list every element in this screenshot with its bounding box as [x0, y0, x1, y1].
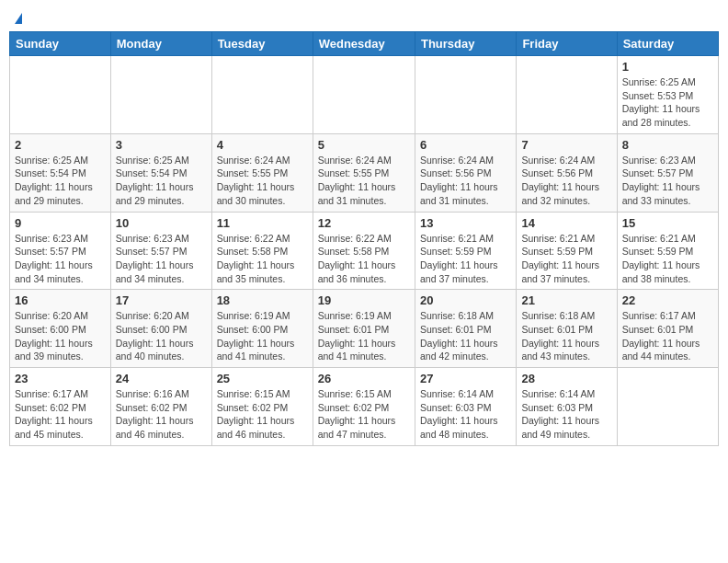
day-number: 17 — [116, 293, 207, 307]
calendar-cell: 11Sunrise: 6:22 AM Sunset: 5:58 PM Dayli… — [211, 212, 313, 290]
logo — [13, 13, 22, 24]
day-number: 21 — [521, 293, 611, 307]
day-number: 24 — [116, 372, 207, 385]
day-info: Sunrise: 6:24 AM Sunset: 5:55 PM Dayligh… — [318, 154, 410, 208]
day-number: 8 — [622, 138, 713, 152]
calendar-cell: 27Sunrise: 6:14 AM Sunset: 6:03 PM Dayli… — [415, 368, 516, 446]
day-info: Sunrise: 6:15 AM Sunset: 6:02 PM Dayligh… — [318, 387, 410, 442]
calendar-cell: 15Sunrise: 6:21 AM Sunset: 5:59 PM Dayli… — [617, 212, 718, 290]
day-info: Sunrise: 6:15 AM Sunset: 6:02 PM Dayligh… — [217, 387, 308, 442]
day-info: Sunrise: 6:18 AM Sunset: 6:01 PM Dayligh… — [420, 309, 511, 363]
calendar-cell: 3Sunrise: 6:25 AM Sunset: 5:54 PM Daylig… — [110, 133, 211, 212]
weekday-header-thursday: Thursday — [415, 32, 516, 56]
day-info: Sunrise: 6:21 AM Sunset: 5:59 PM Dayligh… — [521, 232, 611, 286]
calendar-table: SundayMondayTuesdayWednesdayThursdayFrid… — [9, 31, 719, 446]
day-number: 20 — [420, 293, 511, 307]
day-info: Sunrise: 6:23 AM Sunset: 5:57 PM Dayligh… — [622, 154, 713, 208]
day-info: Sunrise: 6:17 AM Sunset: 6:02 PM Dayligh… — [15, 387, 106, 442]
day-number: 25 — [217, 372, 308, 385]
day-info: Sunrise: 6:25 AM Sunset: 5:54 PM Dayligh… — [116, 154, 207, 208]
day-info: Sunrise: 6:19 AM Sunset: 6:00 PM Dayligh… — [217, 309, 308, 363]
calendar-cell: 17Sunrise: 6:20 AM Sunset: 6:00 PM Dayli… — [110, 290, 211, 368]
day-number: 11 — [217, 216, 308, 230]
page-header — [9, 9, 719, 24]
day-number: 27 — [420, 372, 511, 385]
calendar-cell: 22Sunrise: 6:17 AM Sunset: 6:01 PM Dayli… — [617, 290, 718, 368]
day-number: 18 — [217, 293, 308, 307]
day-info: Sunrise: 6:25 AM Sunset: 5:53 PM Dayligh… — [622, 75, 713, 130]
logo-triangle-icon — [15, 13, 22, 24]
weekday-header-friday: Friday — [517, 32, 617, 56]
day-info: Sunrise: 6:22 AM Sunset: 5:58 PM Dayligh… — [217, 232, 308, 286]
day-info: Sunrise: 6:20 AM Sunset: 6:00 PM Dayligh… — [15, 309, 106, 363]
calendar-cell — [517, 56, 617, 134]
day-info: Sunrise: 6:21 AM Sunset: 5:59 PM Dayligh… — [420, 232, 511, 286]
day-number: 2 — [15, 138, 106, 152]
day-number: 14 — [521, 216, 611, 230]
calendar-cell — [110, 56, 211, 134]
weekday-header-sunday: Sunday — [10, 32, 111, 56]
calendar-cell: 25Sunrise: 6:15 AM Sunset: 6:02 PM Dayli… — [211, 368, 313, 446]
calendar-header-row: SundayMondayTuesdayWednesdayThursdayFrid… — [10, 32, 719, 56]
day-number: 19 — [318, 293, 410, 307]
calendar-cell: 24Sunrise: 6:16 AM Sunset: 6:02 PM Dayli… — [110, 368, 211, 446]
calendar-cell — [415, 56, 516, 134]
calendar-cell — [313, 56, 415, 134]
calendar-week-3: 9Sunrise: 6:23 AM Sunset: 5:57 PM Daylig… — [10, 212, 719, 290]
day-number: 28 — [521, 372, 611, 385]
calendar-week-1: 1Sunrise: 6:25 AM Sunset: 5:53 PM Daylig… — [10, 56, 719, 134]
calendar-cell: 13Sunrise: 6:21 AM Sunset: 5:59 PM Dayli… — [415, 212, 516, 290]
day-number: 9 — [15, 216, 106, 230]
day-info: Sunrise: 6:19 AM Sunset: 6:01 PM Dayligh… — [318, 309, 410, 363]
day-info: Sunrise: 6:23 AM Sunset: 5:57 PM Dayligh… — [116, 232, 207, 286]
calendar-cell: 12Sunrise: 6:22 AM Sunset: 5:58 PM Dayli… — [313, 212, 415, 290]
calendar-cell: 6Sunrise: 6:24 AM Sunset: 5:56 PM Daylig… — [415, 133, 516, 212]
weekday-header-wednesday: Wednesday — [313, 32, 415, 56]
day-number: 1 — [622, 60, 713, 74]
day-number: 22 — [622, 293, 713, 307]
day-info: Sunrise: 6:16 AM Sunset: 6:02 PM Dayligh… — [116, 387, 207, 442]
day-number: 13 — [420, 216, 511, 230]
day-number: 5 — [318, 138, 410, 152]
calendar-cell: 5Sunrise: 6:24 AM Sunset: 5:55 PM Daylig… — [313, 133, 415, 212]
calendar-cell: 18Sunrise: 6:19 AM Sunset: 6:00 PM Dayli… — [211, 290, 313, 368]
day-info: Sunrise: 6:23 AM Sunset: 5:57 PM Dayligh… — [15, 232, 106, 286]
day-number: 15 — [622, 216, 713, 230]
day-info: Sunrise: 6:24 AM Sunset: 5:55 PM Dayligh… — [217, 154, 308, 208]
calendar-cell — [211, 56, 313, 134]
day-info: Sunrise: 6:22 AM Sunset: 5:58 PM Dayligh… — [318, 232, 410, 286]
day-info: Sunrise: 6:14 AM Sunset: 6:03 PM Dayligh… — [420, 387, 511, 442]
calendar-cell: 1Sunrise: 6:25 AM Sunset: 5:53 PM Daylig… — [617, 56, 718, 134]
day-number: 23 — [15, 372, 106, 385]
weekday-header-tuesday: Tuesday — [211, 32, 313, 56]
calendar-cell: 21Sunrise: 6:18 AM Sunset: 6:01 PM Dayli… — [517, 290, 617, 368]
weekday-header-monday: Monday — [110, 32, 211, 56]
day-number: 7 — [521, 138, 611, 152]
day-info: Sunrise: 6:24 AM Sunset: 5:56 PM Dayligh… — [521, 154, 611, 208]
day-number: 26 — [318, 372, 410, 385]
day-info: Sunrise: 6:17 AM Sunset: 6:01 PM Dayligh… — [622, 309, 713, 363]
calendar-cell: 20Sunrise: 6:18 AM Sunset: 6:01 PM Dayli… — [415, 290, 516, 368]
calendar-week-4: 16Sunrise: 6:20 AM Sunset: 6:00 PM Dayli… — [10, 290, 719, 368]
day-number: 12 — [318, 216, 410, 230]
calendar-cell — [617, 368, 718, 446]
calendar-cell: 19Sunrise: 6:19 AM Sunset: 6:01 PM Dayli… — [313, 290, 415, 368]
calendar-cell: 23Sunrise: 6:17 AM Sunset: 6:02 PM Dayli… — [10, 368, 111, 446]
day-info: Sunrise: 6:25 AM Sunset: 5:54 PM Dayligh… — [15, 154, 106, 208]
day-info: Sunrise: 6:20 AM Sunset: 6:00 PM Dayligh… — [116, 309, 207, 363]
day-info: Sunrise: 6:18 AM Sunset: 6:01 PM Dayligh… — [521, 309, 611, 363]
day-info: Sunrise: 6:14 AM Sunset: 6:03 PM Dayligh… — [521, 387, 611, 442]
calendar-cell: 28Sunrise: 6:14 AM Sunset: 6:03 PM Dayli… — [517, 368, 617, 446]
day-number: 4 — [217, 138, 308, 152]
day-info: Sunrise: 6:21 AM Sunset: 5:59 PM Dayligh… — [622, 232, 713, 286]
calendar-cell: 2Sunrise: 6:25 AM Sunset: 5:54 PM Daylig… — [10, 133, 111, 212]
calendar-cell: 10Sunrise: 6:23 AM Sunset: 5:57 PM Dayli… — [110, 212, 211, 290]
weekday-header-saturday: Saturday — [617, 32, 718, 56]
calendar-cell: 16Sunrise: 6:20 AM Sunset: 6:00 PM Dayli… — [10, 290, 111, 368]
calendar-week-5: 23Sunrise: 6:17 AM Sunset: 6:02 PM Dayli… — [10, 368, 719, 446]
calendar-cell: 7Sunrise: 6:24 AM Sunset: 5:56 PM Daylig… — [517, 133, 617, 212]
calendar-week-2: 2Sunrise: 6:25 AM Sunset: 5:54 PM Daylig… — [10, 133, 719, 212]
calendar-cell: 8Sunrise: 6:23 AM Sunset: 5:57 PM Daylig… — [617, 133, 718, 212]
calendar-cell: 9Sunrise: 6:23 AM Sunset: 5:57 PM Daylig… — [10, 212, 111, 290]
day-number: 6 — [420, 138, 511, 152]
